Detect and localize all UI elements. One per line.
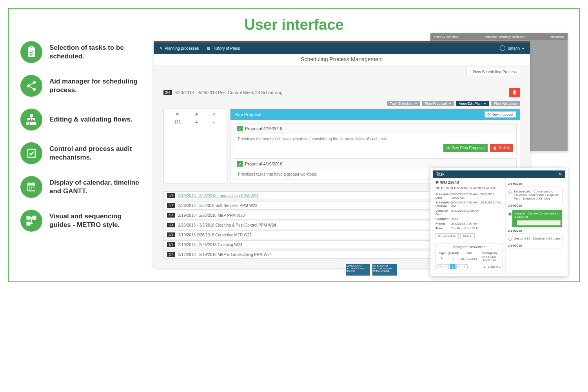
process-title: 4/23/2018 - 4/29/2018 Pest Control Week … — [175, 90, 283, 95]
check-icon: ✓ — [237, 161, 243, 167]
pager-next[interactable]: › — [456, 264, 461, 269]
overlay-tab[interactable]: Validation Strategy Selection — [483, 34, 527, 39]
proposal-title: Proposal 4/19/2018 — [245, 162, 282, 166]
assigned-resources: Assigned Resources Type Quantity Code De… — [436, 243, 503, 271]
timeline-note: ok — [517, 220, 561, 225]
calendar-icon — [20, 176, 42, 198]
feature-text: Visual and sequencing guides - METRO sty… — [49, 212, 142, 229]
delete-proposal-button[interactable]: 🗑 Delete — [490, 144, 513, 152]
feature-aid-manager: Aid manager for scheduling process. — [20, 75, 142, 97]
pager-last[interactable]: » — [462, 264, 467, 269]
stat-value: - — [212, 120, 216, 124]
pager-info: 1 - 1 out of 1 — [483, 265, 501, 269]
arrow-right-icon: ➜ — [448, 102, 451, 105]
nav-planning-processes[interactable]: ✎ Planning processes — [160, 46, 199, 51]
resources-title: Assigned Resources — [437, 245, 501, 249]
new-proposal-button[interactable]: ⟳ New proposal — [485, 111, 516, 118]
close-icon[interactable]: ✕ — [559, 172, 562, 176]
flow-icon — [20, 210, 42, 232]
timeline-date: 2/14/2018 — [508, 182, 563, 187]
proposal-card: ✓ Proposal 4/19/2018 Prioritizes the num… — [234, 123, 517, 155]
drop-icon: ✸ — [195, 112, 198, 118]
clipboard-icon — [20, 41, 42, 63]
proposal-title: Proposal 4/19/2018 — [245, 126, 282, 131]
avatar-icon — [500, 45, 505, 51]
check-square-icon — [20, 142, 42, 164]
work-order-id: ⚑ WO 23640 — [436, 180, 503, 185]
timeline-date: 2/14/2018 — [508, 244, 563, 249]
gantt-card[interactable]: MANEIG ZOO JETVAAN (CONF. BARIKI) — [346, 264, 370, 276]
arrow-right-icon: ➜ — [414, 102, 417, 105]
page-title: User interface — [20, 16, 568, 33]
tab-view-edit-plan[interactable]: View/Edit Plan➜ — [456, 101, 489, 106]
eye-icon: 👁 — [446, 146, 450, 150]
reschedule-button[interactable]: Re-schedule — [436, 233, 459, 239]
feature-list: Selection of tasks to be scheduled. Aid … — [20, 41, 142, 261]
delete-task-button[interactable]: Delete — [460, 233, 475, 239]
feature-calendar: Display of calendar, timeline and GANTT. — [20, 176, 142, 198]
panel-title: Plan Proposal — [234, 112, 261, 117]
timeline: 2/14/2018 Encarregats - Conservadors - E… — [508, 182, 563, 249]
feature-editing: Editing & validating flows. — [20, 109, 142, 131]
process-badge: 3/4 — [163, 90, 172, 95]
feature-text: Editing & validating flows. — [49, 115, 132, 124]
feature-audit: Control and process audit mechanisms. — [20, 142, 142, 164]
app-topbar: ✎ Planning processes 🗓 History of Plans … — [154, 43, 530, 54]
chevron-down-icon: ▾ — [522, 46, 524, 51]
feature-tasks: Selection of tasks to be scheduled. — [20, 41, 142, 63]
pager-prev[interactable]: ‹ — [444, 264, 449, 269]
feature-text: Display of calendar, timeline and GANTT. — [49, 178, 142, 196]
app-page-title: Scheduling Process Management — [154, 54, 530, 65]
see-plan-proposal-button[interactable]: 👁 See Plan Proposal — [443, 144, 488, 152]
resource-row: 🔧 1 NETE/ZO/14 CLEANING ASSET 14 — [438, 256, 500, 262]
timeline-item[interactable]: Gestor OT2 - Duration 0.25 hours — [512, 235, 563, 242]
timeline-date: 2/14/2018 — [508, 204, 563, 209]
feature-metro: Visual and sequencing guides - METRO sty… — [20, 210, 142, 232]
timeline-item-active[interactable]: Joaquin - Cap de Conservadors - 3/14/201… — [512, 210, 563, 227]
gantt-cards: MANEIG ZOO JETVAAN (CONF. BARIKI) OT SEC… — [346, 264, 397, 276]
stats-panel: ⚑133 ✸4 ⟳- — [163, 109, 226, 183]
workflow-tabs: Task Selection➜ Plan Proposal➜ View/Edit… — [163, 101, 520, 106]
screenshot-area: ✎ Planning processes 🗓 History of Plans … — [154, 41, 568, 261]
delete-process-button[interactable]: 🗑 — [509, 88, 520, 97]
tab-plan-validation[interactable]: Plan Validation — [491, 101, 520, 106]
flag-icon: ⚑ — [174, 112, 181, 118]
work-order-name: NETEJA SOTA ZONES ARBUSTATGE — [436, 186, 503, 190]
pager: « ‹ 1 › » 1 - 1 out of 1 — [437, 264, 501, 269]
nav-history-plans[interactable]: 🗓 History of Plans — [207, 46, 240, 51]
hierarchy-icon — [20, 109, 42, 131]
arrow-right-icon: ➜ — [483, 102, 486, 105]
stat-value: 133 — [174, 120, 181, 124]
stat-value: 4 — [195, 120, 198, 124]
new-scheduling-process-button[interactable]: + New Scheduling Process — [466, 68, 520, 76]
check-icon: ✓ — [237, 126, 243, 131]
timeline-date: 2/14/2018 — [508, 229, 563, 234]
tab-task-selection[interactable]: Task Selection➜ — [387, 101, 420, 106]
calendar-small-icon: 🗓 — [207, 46, 211, 51]
user-menu[interactable]: omarin ▾ — [500, 45, 524, 51]
overlay-tab[interactable]: Plan Confirmation — [432, 34, 462, 39]
tab-plan-proposal[interactable]: Plan Proposal➜ — [422, 101, 454, 106]
pencil-icon: ✎ — [160, 46, 163, 51]
task-detail-popup: Task ✕ ⚑ WO 23640 NETEJA SOTA ZONES ARBU… — [430, 168, 568, 276]
trash-icon: 🗑 — [512, 89, 517, 95]
feature-text: Aid manager for scheduling process. — [49, 77, 142, 94]
refresh-icon: ⟳ — [487, 113, 490, 116]
refresh-icon: ⟳ — [212, 112, 216, 118]
proposal-description: Prioritizes the number of tasks schedule… — [234, 134, 516, 144]
pager-current[interactable]: 1 — [450, 264, 455, 269]
timeline-item[interactable]: Encarregats - Conservadors - Educació - … — [512, 188, 563, 202]
wrench-icon: 🔧 — [438, 256, 446, 262]
gantt-card[interactable]: OT SECONAT - NETEJA MANUAL PARC TARDES — [372, 264, 397, 276]
share-icon — [20, 75, 42, 97]
trash-icon: 🗑 — [493, 146, 497, 150]
task-dialog-title: Task — [436, 172, 445, 176]
feature-text: Selection of tasks to be scheduled. — [49, 44, 142, 61]
pager-first[interactable]: « — [437, 264, 443, 269]
feature-text: Control and process audit mechanisms. — [49, 145, 142, 162]
overlay-tab[interactable]: Allocation — [548, 34, 566, 39]
